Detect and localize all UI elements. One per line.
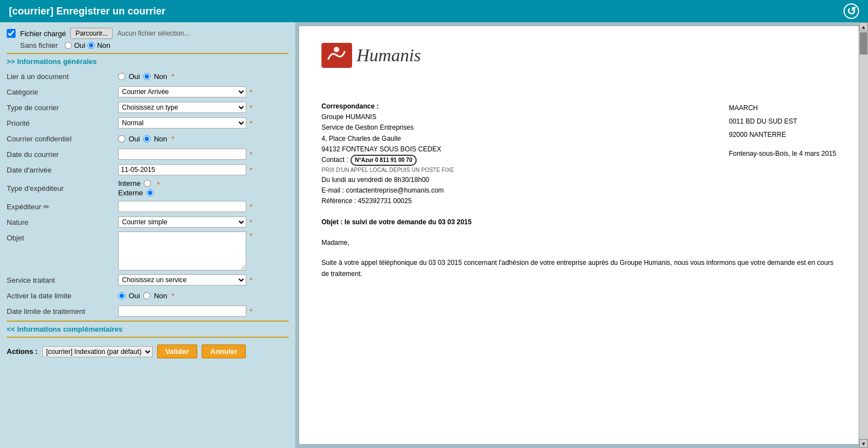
annuler-button[interactable]: Annuler <box>202 344 246 358</box>
sender-address: 4, Place Charles de Gaulle <box>321 134 454 144</box>
horaires: Du lundi au vendredi de 8h30/18h00 <box>321 175 454 185</box>
categorie-row: Catégorie Courrier Arrivée Courrier Dépa… <box>7 86 289 98</box>
lier-doc-non-label: Non <box>154 72 167 81</box>
company-name: Humanis <box>357 45 421 66</box>
date-limite-traitement-label: Date limite de traitement <box>7 307 118 316</box>
date-courrier-required: * <box>250 150 252 159</box>
date-limite-traitement-input[interactable] <box>118 306 246 317</box>
sans-fichier-label: Sans fichier <box>20 41 58 50</box>
date-limite-oui-radio[interactable] <box>118 292 125 299</box>
priorite-label: Priorité <box>7 119 118 127</box>
lier-doc-non-radio[interactable] <box>143 73 150 80</box>
type-exp-externe-line: Externe <box>118 189 154 197</box>
expediteur-input[interactable] <box>118 201 246 212</box>
nature-required: * <box>250 218 252 227</box>
doc-objet: Objet : le suivi de votre demande du 03 … <box>321 218 836 226</box>
nature-select[interactable]: Courrier simple Courrier recommandé <box>118 216 246 228</box>
date-courrier-input[interactable] <box>118 149 246 160</box>
actions-dropdown[interactable]: [courrier] Indexation (par défaut) <box>42 346 153 357</box>
activer-date-limite-row: Activer la date limite Oui Non * <box>7 289 289 302</box>
date-limite-required: * <box>172 292 174 300</box>
informations-complementaires-title[interactable]: << Informations complémentaires <box>7 325 289 333</box>
reference: Référence : 452392731 00025 <box>321 196 454 206</box>
sender-city: 94132 FONTENAY SOUS BOIS CEDEX <box>321 144 454 155</box>
page-title: [courrier] Enregistrer un courrier <box>9 6 165 17</box>
type-courrier-required: * <box>250 104 252 112</box>
fichier-charge-checkbox[interactable] <box>7 29 16 38</box>
type-courrier-label: Type de courrier <box>7 104 118 112</box>
confidentiel-non-radio[interactable] <box>143 135 150 142</box>
confidentiel-oui-radio[interactable] <box>118 135 125 142</box>
expediteur-edit-icon[interactable]: ✏ <box>43 203 50 211</box>
sans-fichier-oui-label: Oui <box>74 41 85 50</box>
date-limite-oui-label: Oui <box>129 292 140 300</box>
objet-label: Objet <box>7 234 118 242</box>
expediteur-label: Expéditeur ✏ <box>7 203 118 211</box>
sans-fichier-non-radio[interactable] <box>87 42 95 49</box>
scroll-down-arrow[interactable]: ▼ <box>859 439 868 448</box>
scrollbar-thumb[interactable] <box>860 32 867 55</box>
date-limite-non-radio[interactable] <box>143 292 150 299</box>
expediteur-required: * <box>250 203 252 211</box>
objet-textarea[interactable] <box>118 232 246 270</box>
svg-point-1 <box>334 47 339 52</box>
courrier-confidentiel-row: Courrier confidentiel Oui Non * <box>7 132 289 145</box>
doc-date: Fontenay-sous-Bois, le 4 mars 2015 <box>729 147 836 160</box>
valider-button[interactable]: Valider <box>157 344 198 358</box>
sans-fichier-oui-radio[interactable] <box>65 42 72 49</box>
n-azur-box: N°Azur 0 811 91 00 70 <box>350 155 417 166</box>
file-name: Aucun fichier sélection... <box>117 29 189 37</box>
date-limite-non-label: Non <box>154 292 167 300</box>
document-preview: Humanis Correspondance : Groupe HUMANIS … <box>299 26 859 445</box>
contact-label: Contact : <box>321 155 348 165</box>
doc-right-address: MAARCH 0011 BD DU SUD EST 92000 NANTERRE… <box>729 101 836 207</box>
date-limite-traitement-required: * <box>250 307 252 316</box>
lier-doc-required: * <box>172 72 174 81</box>
categorie-label: Catégorie <box>7 88 118 96</box>
lier-doc-oui-radio[interactable] <box>118 73 125 80</box>
date-arrivee-input[interactable] <box>118 164 246 175</box>
doc-objet-text: le suivi de votre demande du 03 03 2015 <box>344 218 471 226</box>
categorie-required: * <box>250 88 252 96</box>
lier-document-label: Lier à un document <box>7 72 118 81</box>
date-arrivee-required: * <box>250 166 252 174</box>
email: E-mail : contactentreprise@humanis.com <box>321 185 454 196</box>
confidentiel-required: * <box>172 135 174 143</box>
file-row: Fichier chargé Parcourir... Aucun fichie… <box>7 28 289 39</box>
priorite-select[interactable]: Normal Urgent Bas <box>118 117 246 129</box>
actions-label: Actions : <box>7 347 38 356</box>
type-courrier-row: Type de courrier Choisissez un type * <box>7 101 289 114</box>
doc-address-block: Correspondance : Groupe HUMANIS Service … <box>321 101 836 207</box>
correspondance-label: Correspondance : <box>321 101 454 112</box>
doc-left-address: Correspondance : Groupe HUMANIS Service … <box>321 101 454 207</box>
date-arrivee-row: Date d'arrivée * <box>7 164 289 176</box>
sans-fichier-row: Sans fichier Oui Non <box>7 41 289 50</box>
sender-service: Service de Gestion Entreprises <box>321 122 454 133</box>
prix-appel: PRIX D'UN APPEL LOCAL DEPUIS UN POSTE FI… <box>321 166 454 175</box>
service-traitant-select[interactable]: Choisissez un service <box>118 274 246 285</box>
browse-button[interactable]: Parcourir... <box>70 28 113 39</box>
sender-company: Groupe HUMANIS <box>321 112 454 122</box>
categorie-select[interactable]: Courrier Arrivée Courrier Départ <box>118 86 246 97</box>
type-courrier-select[interactable]: Choisissez un type <box>118 102 246 113</box>
date-arrivee-label: Date d'arrivée <box>7 166 118 174</box>
scroll-up-arrow[interactable]: ▲ <box>859 22 868 31</box>
expediteur-row: Expéditeur ✏ * <box>7 200 289 213</box>
lier-doc-oui-label: Oui <box>129 72 140 81</box>
type-expediteur-block: Interne Externe <box>118 179 154 197</box>
priorite-required: * <box>250 119 252 127</box>
type-exp-externe-radio[interactable] <box>147 189 154 196</box>
lier-document-row: Lier à un document Oui Non * <box>7 70 289 82</box>
refresh-icon[interactable]: ↺ <box>843 3 859 19</box>
type-exp-interne-radio[interactable] <box>144 180 151 187</box>
service-traitant-required: * <box>250 276 252 284</box>
informations-generales-title: >> Informations générales <box>7 57 289 66</box>
doc-body: Suite à votre appel téléphonique du 03 0… <box>321 257 836 280</box>
right-panel: Humanis Correspondance : Groupe HUMANIS … <box>295 22 868 448</box>
scrollbar-track: ▲ ▼ <box>859 22 868 448</box>
nature-row: Nature Courrier simple Courrier recomman… <box>7 216 289 228</box>
courrier-confidentiel-label: Courrier confidentiel <box>7 135 118 143</box>
confidentiel-non-label: Non <box>154 135 167 143</box>
priorite-row: Priorité Normal Urgent Bas * <box>7 117 289 129</box>
fichier-charge-label: Fichier chargé <box>20 29 66 38</box>
